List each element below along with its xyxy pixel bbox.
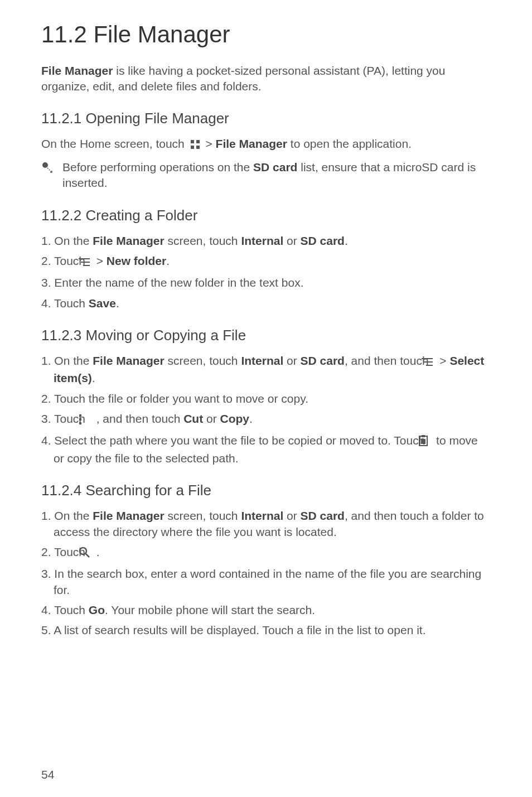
- text: or: [203, 412, 220, 425]
- svg-rect-16: [421, 439, 425, 444]
- moving-copying-steps: 1. On the File Manager screen, touch Int…: [41, 353, 491, 466]
- bold: File Manager: [93, 509, 164, 522]
- text: Touch: [54, 297, 89, 310]
- list-item: 5. A list of search results will be disp…: [41, 622, 491, 638]
- text: .: [116, 297, 119, 310]
- text: On the: [54, 509, 93, 522]
- list-item: 2. Touch > New folder.: [41, 253, 491, 271]
- text: screen, touch: [165, 509, 241, 522]
- bold: Internal: [241, 509, 283, 522]
- list-item: 2. Touch .: [41, 544, 491, 562]
- num: 3.: [41, 276, 54, 289]
- text: or: [283, 509, 300, 522]
- num: 4.: [41, 297, 54, 310]
- gt: >: [96, 254, 107, 267]
- text: In the search box, enter a word containe…: [54, 567, 481, 596]
- note-block: Before performing operations on the SD c…: [41, 160, 491, 191]
- text: .: [96, 545, 100, 558]
- svg-rect-0: [191, 140, 194, 143]
- num: 3.: [41, 412, 54, 425]
- text: On the: [54, 234, 93, 247]
- list-item: 1. On the File Manager screen, touch Int…: [41, 508, 491, 540]
- text: Touch the file or folder you want to mov…: [54, 392, 308, 405]
- num: 1.: [41, 354, 54, 367]
- text: Select the path where you want the file …: [54, 434, 428, 447]
- gt: >: [205, 137, 215, 150]
- subsection-11-2-3: 11.2.3 Moving or Copying a File: [41, 326, 491, 345]
- num: 2.: [41, 545, 54, 558]
- list-item: 3. Enter the name of the new folder in t…: [41, 275, 491, 291]
- text: . Your mobile phone will start the searc…: [105, 603, 315, 616]
- bold: New folder: [107, 254, 166, 267]
- list-item: 3. In the search box, enter a word conta…: [41, 566, 491, 598]
- page-number: 54: [41, 767, 54, 782]
- num: 1.: [41, 234, 54, 247]
- svg-rect-9: [424, 361, 433, 363]
- svg-rect-8: [422, 358, 433, 359]
- svg-rect-3: [196, 146, 200, 149]
- bold: Copy: [220, 412, 250, 425]
- bold: SD card: [253, 161, 297, 173]
- note-text: Before performing operations on the SD c…: [62, 160, 491, 191]
- text: to open the application.: [291, 137, 412, 150]
- text: , and then touch: [345, 354, 432, 367]
- note-icon: [41, 160, 56, 177]
- text: or: [283, 234, 300, 247]
- text: screen, touch: [165, 354, 241, 367]
- creating-folder-steps: 1. On the File Manager screen, touch Int…: [41, 233, 491, 311]
- svg-rect-12: [79, 418, 81, 421]
- svg-point-17: [80, 548, 86, 554]
- open-file-manager-line: On the Home screen, touch > File Manager…: [41, 136, 491, 153]
- num: 3.: [41, 567, 54, 580]
- num: 1.: [41, 509, 54, 522]
- searching-file-steps: 1. On the File Manager screen, touch Int…: [41, 508, 491, 638]
- list-item: 4. Select the path where you want the fi…: [41, 433, 491, 466]
- bold: Internal: [241, 354, 283, 367]
- svg-rect-11: [79, 414, 81, 417]
- subsection-11-2-2: 11.2.2 Creating a Folder: [41, 206, 491, 225]
- intro-bold: File Manager: [41, 64, 113, 77]
- bold: SD card: [301, 354, 345, 367]
- text: A list of search results will be display…: [54, 624, 425, 636]
- subsection-11-2-4: 11.2.4 Searching for a File: [41, 481, 491, 500]
- list-item: 1. On the File Manager screen, touch Int…: [41, 233, 491, 249]
- text: Before performing operations on the: [62, 161, 253, 173]
- svg-rect-1: [196, 140, 200, 143]
- num: 4.: [41, 434, 54, 447]
- bold: File Manager: [93, 234, 164, 247]
- list-item: 3. Touch , and then touch Cut or Copy.: [41, 411, 491, 428]
- list-item: 4. Touch Go. Your mobile phone will star…: [41, 602, 491, 618]
- list-item: 4. Touch Save.: [41, 296, 491, 311]
- text: , and then touch: [96, 412, 183, 425]
- svg-point-4: [42, 162, 48, 168]
- text: .: [249, 412, 253, 425]
- intro-paragraph: File Manager is like having a pocket-siz…: [41, 63, 491, 95]
- text: .: [345, 234, 348, 247]
- text: On the: [54, 354, 93, 367]
- svg-rect-2: [191, 146, 194, 149]
- text: .: [92, 371, 95, 384]
- svg-line-18: [86, 554, 89, 557]
- svg-rect-6: [81, 262, 90, 263]
- list-item: 1. On the File Manager screen, touch Int…: [41, 353, 491, 387]
- bold: File Manager: [216, 137, 287, 150]
- text: screen, touch: [165, 234, 241, 247]
- text: On the Home screen, touch: [41, 137, 188, 150]
- num: 4.: [41, 603, 54, 616]
- svg-rect-10: [426, 365, 433, 366]
- bold: SD card: [301, 234, 345, 247]
- bold: Save: [89, 297, 116, 310]
- list-item: 2. Touch the file or folder you want to …: [41, 391, 491, 407]
- text: .: [166, 254, 170, 267]
- text: or: [283, 354, 300, 367]
- section-title: 11.2 File Manager: [41, 19, 491, 51]
- text: Touch: [54, 412, 89, 425]
- apps-grid-icon: [190, 138, 200, 153]
- gt: >: [439, 354, 449, 367]
- svg-rect-7: [83, 265, 90, 266]
- bold: SD card: [301, 509, 345, 522]
- num: 2.: [41, 392, 54, 405]
- bold: Cut: [183, 412, 203, 425]
- num: 2.: [41, 254, 54, 267]
- svg-rect-15: [422, 435, 425, 437]
